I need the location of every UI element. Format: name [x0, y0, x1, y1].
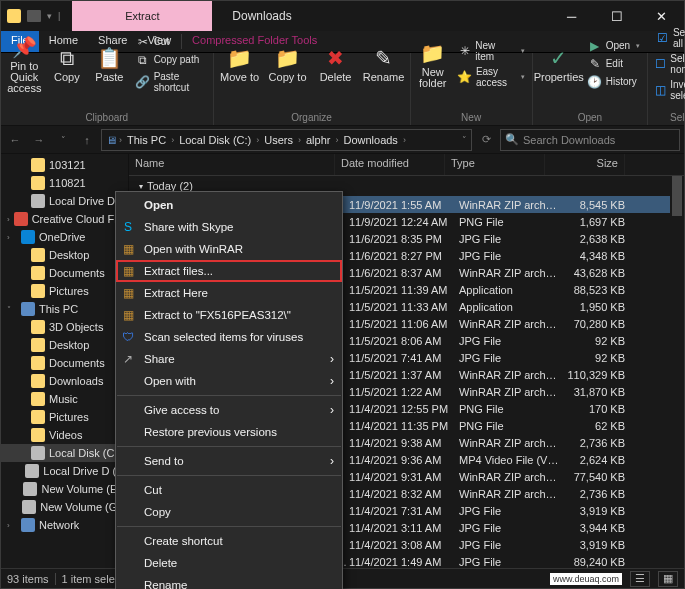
context-menu-item[interactable]: Open with [116, 370, 342, 392]
qat-icon[interactable] [27, 10, 41, 22]
path-seg[interactable]: Local Disk (C:) [176, 134, 254, 146]
copy-button[interactable]: ⧉Copy [48, 42, 87, 85]
col-date[interactable]: Date modified [335, 154, 445, 175]
context-menu-item[interactable]: Cut [116, 479, 342, 501]
search-icon: 🔍 [505, 133, 519, 146]
path-seg[interactable]: Users [261, 134, 296, 146]
sidebar-item[interactable]: New Volume (E:) [1, 480, 128, 498]
easy-access-button[interactable]: ⭐Easy access [455, 65, 528, 89]
scrollbar[interactable] [670, 176, 684, 568]
paste-shortcut-button[interactable]: 🔗Paste shortcut [133, 70, 209, 94]
title-bar: ▾ | Extract Downloads ─ ☐ ✕ [1, 1, 684, 31]
path-dropdown-icon[interactable]: ˅ [462, 135, 467, 145]
sidebar-item[interactable]: Local Drive D ( [1, 192, 128, 210]
sidebar-item[interactable]: 110821 [1, 174, 128, 192]
path-seg[interactable]: alphr [303, 134, 333, 146]
qat-dropdown-icon[interactable]: ▾ [47, 11, 52, 21]
context-menu-item[interactable]: Copy [116, 501, 342, 523]
sidebar-item[interactable]: Pictures [1, 408, 128, 426]
context-menu-item[interactable]: Send to [116, 450, 342, 472]
search-box[interactable]: 🔍 Search Downloads [500, 129, 680, 151]
sidebar-item[interactable]: 3D Objects [1, 318, 128, 336]
move-to-button[interactable]: 📁Move to [218, 42, 262, 85]
window-title: Downloads [212, 9, 291, 23]
context-menu-item[interactable]: Open [116, 194, 342, 216]
contextual-tab-label: Extract [72, 1, 212, 31]
forward-button[interactable]: → [29, 130, 49, 150]
context-menu-item[interactable]: ▦Extract files... [116, 260, 342, 282]
rename-button[interactable]: ✎Rename [362, 42, 406, 85]
group-organize-label: Organize [218, 110, 406, 123]
recent-dropdown[interactable]: ˅ [53, 130, 73, 150]
sidebar-item[interactable]: ˅This PC [1, 300, 128, 318]
select-all-button[interactable]: ☑Select all [652, 26, 685, 50]
paste-button[interactable]: 📋Paste [90, 42, 129, 85]
col-type[interactable]: Type [445, 154, 545, 175]
sidebar-item[interactable]: Documents [1, 264, 128, 282]
path-seg[interactable]: Downloads [340, 134, 400, 146]
sidebar-item[interactable]: New Volume (G:) [1, 498, 128, 516]
scroll-thumb[interactable] [672, 176, 682, 216]
sidebar-item[interactable]: ›Creative Cloud File [1, 210, 128, 228]
open-button[interactable]: ▶Open [585, 38, 643, 54]
context-menu-item[interactable]: ▦Open with WinRAR [116, 238, 342, 260]
sidebar-item[interactable]: Downloads [1, 372, 128, 390]
history-button[interactable]: 🕑History [585, 74, 643, 90]
group-select-label: Select [652, 110, 685, 123]
refresh-button[interactable]: ⟳ [476, 130, 496, 150]
up-button[interactable]: ↑ [77, 130, 97, 150]
col-name[interactable]: Name [129, 154, 335, 175]
context-menu-item[interactable]: Create shortcut [116, 530, 342, 552]
folder-icon [7, 9, 21, 23]
column-headers[interactable]: Name Date modified Type Size [129, 154, 684, 176]
group-clipboard-label: Clipboard [5, 110, 209, 123]
watermark: www.deuaq.com [550, 573, 622, 585]
context-menu-item[interactable]: ↗Share [116, 348, 342, 370]
view-details-button[interactable]: ☰ [630, 571, 650, 587]
new-item-button[interactable]: ✳New item [455, 39, 528, 63]
sidebar-item[interactable]: ›OneDrive [1, 228, 128, 246]
copy-to-button[interactable]: 📁Copy to [266, 42, 310, 85]
back-button[interactable]: ← [5, 130, 25, 150]
pin-quick-access-button[interactable]: 📌Pin to Quick access [5, 31, 44, 96]
sidebar-item[interactable]: Pictures [1, 282, 128, 300]
properties-button[interactable]: ✓Properties [537, 42, 581, 85]
context-menu-item[interactable]: SShare with Skype [116, 216, 342, 238]
context-menu-item[interactable]: 🛡Scan selected items for viruses [116, 326, 342, 348]
pin-label: Pin to Quick access [7, 61, 42, 94]
copy-label: Copy [54, 72, 80, 83]
edit-button[interactable]: ✎Edit [585, 56, 643, 72]
context-menu-item[interactable]: Restore previous versions [116, 421, 342, 443]
sidebar-item[interactable]: Local Drive D (D [1, 462, 128, 480]
context-menu-item[interactable]: Rename [116, 574, 342, 589]
nav-pane[interactable]: 103121110821Local Drive D (›Creative Clo… [1, 154, 129, 568]
context-menu-item[interactable]: Give access to [116, 399, 342, 421]
sidebar-item[interactable]: ›Network [1, 516, 128, 534]
context-menu-item[interactable]: ▦Extract Here [116, 282, 342, 304]
sidebar-item[interactable]: 103121 [1, 156, 128, 174]
select-none-button[interactable]: ☐Select none [652, 52, 685, 76]
status-count: 93 items [7, 573, 49, 585]
search-placeholder: Search Downloads [523, 134, 615, 146]
sidebar-item[interactable]: Local Disk (C:) [1, 444, 128, 462]
view-thumbs-button[interactable]: ▦ [658, 571, 678, 587]
sidebar-item[interactable]: Music [1, 390, 128, 408]
address-bar: ← → ˅ ↑ 🖥› This PC› Local Disk (C:)› Use… [1, 126, 684, 154]
invert-selection-button[interactable]: ◫Invert selection [652, 78, 685, 102]
minimize-button[interactable]: ─ [549, 1, 594, 31]
sidebar-item[interactable]: Desktop [1, 336, 128, 354]
sidebar-item[interactable]: Desktop [1, 246, 128, 264]
cut-button[interactable]: ✂Cut [133, 34, 209, 50]
address-path[interactable]: 🖥› This PC› Local Disk (C:)› Users› alph… [101, 129, 472, 151]
path-seg[interactable]: This PC [124, 134, 169, 146]
col-size[interactable]: Size [545, 154, 625, 175]
maximize-button[interactable]: ☐ [594, 1, 639, 31]
copy-path-button[interactable]: ⧉Copy path [133, 52, 209, 68]
sidebar-item[interactable]: Documents [1, 354, 128, 372]
sidebar-item[interactable]: Videos [1, 426, 128, 444]
delete-button[interactable]: ✖Delete [314, 42, 358, 85]
group-new-label: New [415, 110, 528, 123]
new-folder-button[interactable]: 📁New folder [415, 37, 451, 91]
context-menu-item[interactable]: ▦Extract to "FX516PEAS312\" [116, 304, 342, 326]
context-menu-item[interactable]: Delete [116, 552, 342, 574]
